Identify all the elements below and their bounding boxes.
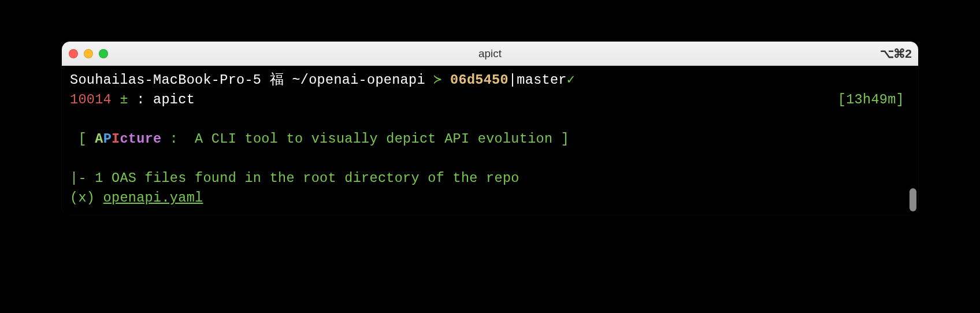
- luck-symbol: 福: [270, 72, 284, 88]
- file-row[interactable]: (x) openapi.yaml: [70, 188, 910, 208]
- oas-count-line: |- 1 OAS files found in the root directo…: [70, 169, 910, 188]
- logo-letter-p: P: [103, 131, 112, 147]
- terminal-body[interactable]: Souhailas-MacBook-Pro-5 福 ~/openai-opena…: [62, 66, 918, 215]
- command-input[interactable]: apict: [153, 92, 195, 107]
- window-shortcut: ⌥⌘2: [880, 47, 911, 61]
- prompt-line-2: 10014 ± : apict[13h49m]: [70, 90, 910, 110]
- titlebar[interactable]: apict ⌥⌘2: [62, 42, 918, 66]
- prompt-colon: :: [136, 92, 144, 107]
- git-prompt-marker: ±: [120, 92, 128, 107]
- logo-letter-a: A: [95, 131, 103, 147]
- oas-filename[interactable]: openapi.yaml: [103, 190, 203, 206]
- blank-line: [70, 110, 910, 129]
- close-icon[interactable]: [69, 49, 78, 58]
- traffic-lights: [69, 49, 108, 58]
- hostname: Souhailas-MacBook-Pro-5: [70, 72, 261, 88]
- maximize-icon[interactable]: [99, 49, 108, 58]
- window-title: apict: [62, 47, 918, 60]
- terminal-window: apict ⌥⌘2 Souhailas-MacBook-Pro-5 福 ~/op…: [62, 42, 918, 215]
- tagline: A CLI tool to visually depict API evolut…: [195, 131, 552, 147]
- minimize-icon[interactable]: [84, 49, 93, 58]
- selector-marker: (x): [70, 190, 103, 206]
- git-branch: master: [517, 72, 566, 88]
- logo-letter-i: I: [112, 131, 120, 147]
- logo-cture: cture: [120, 131, 161, 147]
- blank-line-2: [70, 149, 910, 169]
- check-icon: ✓: [567, 72, 575, 88]
- banner-line: [ APIcture : A CLI tool to visually depi…: [70, 129, 910, 149]
- path: ~/openai-openapi: [292, 72, 425, 88]
- history-number: 10014: [70, 92, 112, 107]
- scrollbar[interactable]: [910, 188, 916, 211]
- git-commit: 06d5450: [450, 72, 508, 88]
- prompt-line-1: Souhailas-MacBook-Pro-5 福 ~/openai-opena…: [70, 70, 910, 90]
- separator: ≻: [433, 72, 441, 88]
- timestamp: [13h49m]: [838, 90, 904, 110]
